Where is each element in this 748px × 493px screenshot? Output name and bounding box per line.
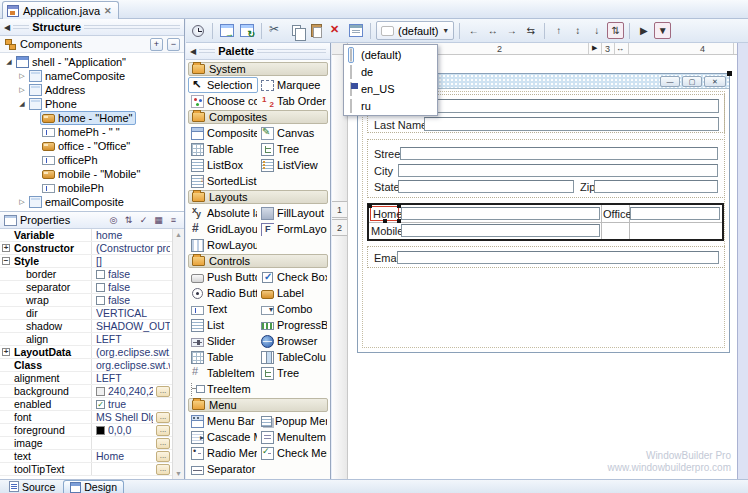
ellipsis-button[interactable]: ... bbox=[156, 438, 170, 449]
last-name-field[interactable] bbox=[424, 117, 719, 131]
locale-menu-item[interactable]: (default) bbox=[344, 46, 437, 63]
property-value[interactable]: false bbox=[92, 281, 172, 293]
tree-item[interactable]: homePh - " " bbox=[0, 125, 184, 139]
tree-item-body[interactable]: nameComposite bbox=[27, 69, 129, 83]
tab-close-icon[interactable]: ✕ bbox=[104, 6, 112, 16]
collapse-panel-icon[interactable]: ◀ bbox=[4, 23, 10, 32]
tree-item-body[interactable]: office - "Office" bbox=[40, 139, 134, 153]
design-canvas[interactable]: — ▢ ✕ Last Name Street City State Zip bbox=[348, 55, 737, 479]
checkbox-checked-icon[interactable]: ✓ bbox=[96, 400, 105, 409]
value-summary-icon[interactable]: ◎ bbox=[107, 214, 120, 227]
categorize-properties-icon[interactable]: ▦ bbox=[152, 214, 165, 227]
property-value[interactable]: false bbox=[92, 294, 172, 306]
zip-field[interactable] bbox=[594, 180, 718, 193]
ellipsis-button[interactable]: ... bbox=[156, 386, 170, 397]
test-button[interactable] bbox=[189, 22, 207, 40]
property-value[interactable]: LEFT bbox=[92, 333, 172, 345]
palette-item[interactable]: Composite bbox=[188, 125, 258, 141]
first-name-field[interactable] bbox=[415, 99, 719, 113]
property-value[interactable]: 0,0,0... bbox=[92, 424, 172, 436]
city-field[interactable] bbox=[398, 164, 718, 177]
palette-item[interactable]: Browser bbox=[258, 333, 328, 349]
mobile-phone-field[interactable] bbox=[401, 224, 600, 237]
tree-item[interactable]: mobile - "Mobile" bbox=[0, 167, 184, 181]
expand-icon[interactable]: + bbox=[2, 348, 10, 356]
property-value[interactable]: ✓true bbox=[92, 398, 172, 410]
palette-category-controls[interactable]: Controls bbox=[188, 254, 328, 268]
palette-item[interactable]: Tab Order bbox=[258, 93, 328, 109]
tree-item-body[interactable]: officePh bbox=[40, 153, 102, 167]
tree-item[interactable]: ▷emailComposite bbox=[0, 195, 184, 209]
tree-expanded-icon[interactable]: ◢ bbox=[17, 100, 27, 108]
tree-expanded-icon[interactable]: ◢ bbox=[4, 58, 14, 66]
align-center-vertical-button[interactable]: ↕ bbox=[569, 22, 586, 39]
zip-label[interactable]: Zip bbox=[580, 182, 595, 193]
palette-item[interactable]: TableItem bbox=[188, 365, 258, 381]
mobile-label[interactable]: Mobile bbox=[371, 226, 403, 237]
selection-handle[interactable] bbox=[368, 204, 372, 208]
property-value[interactable]: home bbox=[92, 229, 172, 241]
palette-item[interactable]: List bbox=[188, 317, 258, 333]
palette-item[interactable]: Push Button bbox=[188, 269, 258, 285]
maximize-icon[interactable]: ▢ bbox=[682, 76, 702, 87]
palette-item[interactable]: Choose co... bbox=[188, 93, 258, 109]
palette-item[interactable]: MenuItem bbox=[258, 429, 328, 445]
show-events-icon[interactable]: ✓ bbox=[137, 214, 150, 227]
palette-item[interactable]: Tree bbox=[258, 141, 328, 157]
palette-category-layouts[interactable]: Layouts bbox=[188, 190, 328, 204]
palette-category-system[interactable]: System bbox=[188, 62, 328, 76]
property-value[interactable]: 240,240,240... bbox=[92, 385, 172, 397]
property-value[interactable]: VERTICAL bbox=[92, 307, 172, 319]
palette-item[interactable]: Canvas bbox=[258, 125, 328, 141]
palette-item[interactable]: Radio Button bbox=[188, 285, 258, 301]
paste-button[interactable] bbox=[307, 22, 325, 40]
office-label[interactable]: Office bbox=[603, 209, 632, 220]
properties-menu-icon[interactable]: ≡ bbox=[167, 214, 180, 227]
palette-item[interactable]: Cascade M... bbox=[188, 429, 258, 445]
palette-item[interactable]: TreeItem bbox=[188, 381, 258, 397]
tree-item[interactable]: ◢Phone bbox=[0, 97, 184, 111]
palette-item[interactable]: Label bbox=[258, 285, 328, 301]
checkbox-unchecked-icon[interactable] bbox=[96, 283, 105, 292]
tree-item-body[interactable]: home - "Home" bbox=[40, 111, 136, 125]
locale-menu-item[interactable]: en_US bbox=[344, 80, 437, 97]
reparse-button[interactable] bbox=[238, 22, 256, 40]
tab-design[interactable]: Design bbox=[63, 480, 124, 493]
palette-item[interactable]: Menu Bar bbox=[188, 413, 258, 429]
address-composite[interactable]: Street City State Zip bbox=[367, 139, 725, 198]
tree-item[interactable]: ▷nameComposite bbox=[0, 69, 184, 83]
property-value[interactable]: LEFT bbox=[92, 372, 172, 384]
palette-item[interactable]: Popup Menu bbox=[258, 413, 328, 429]
palette-item[interactable]: Text bbox=[188, 301, 258, 317]
palette-item[interactable]: Check Men... bbox=[258, 445, 328, 461]
tree-item[interactable]: mobilePh bbox=[0, 181, 184, 195]
palette-item[interactable]: TableColu... bbox=[258, 349, 328, 365]
tree-item[interactable]: ◢shell - "Application" bbox=[0, 55, 184, 69]
copy-button[interactable] bbox=[287, 22, 305, 40]
palette-item[interactable]: Radio Men... bbox=[188, 445, 258, 461]
cut-button[interactable] bbox=[267, 22, 285, 40]
home-phone-field[interactable] bbox=[401, 207, 600, 220]
ellipsis-button[interactable]: ... bbox=[156, 464, 170, 475]
collapse-panel-icon[interactable]: ◀ bbox=[190, 47, 196, 56]
palette-item[interactable]: FillLayout bbox=[258, 205, 328, 221]
locale-menu-item[interactable]: ru bbox=[344, 97, 437, 114]
tree-item-body[interactable]: Address bbox=[27, 83, 89, 97]
email-field[interactable] bbox=[397, 251, 719, 264]
resize-handle[interactable] bbox=[727, 71, 732, 76]
checkbox-unchecked-icon[interactable] bbox=[96, 296, 105, 305]
tree-item[interactable]: home - "Home" bbox=[0, 111, 184, 125]
palette-item[interactable]: Slider bbox=[188, 333, 258, 349]
minimize-icon[interactable]: — bbox=[660, 76, 680, 87]
street-label[interactable]: Street bbox=[374, 149, 403, 160]
property-value[interactable]: [] bbox=[92, 255, 172, 267]
align-center-horizontal-button[interactable]: ↔ bbox=[484, 22, 501, 39]
tree-item[interactable]: officePh bbox=[0, 153, 184, 167]
properties-scrollbar[interactable]: ▲ ▼ bbox=[172, 229, 184, 479]
property-value[interactable]: Home... bbox=[92, 450, 172, 462]
tree-item-body[interactable]: homePh - " " bbox=[40, 125, 124, 139]
expand-icon[interactable]: + bbox=[2, 244, 10, 252]
property-value[interactable]: ... bbox=[92, 463, 172, 475]
tree-item-body[interactable]: shell - "Application" bbox=[14, 55, 130, 69]
fill-horizontal-button[interactable]: ⇆ bbox=[522, 22, 539, 39]
